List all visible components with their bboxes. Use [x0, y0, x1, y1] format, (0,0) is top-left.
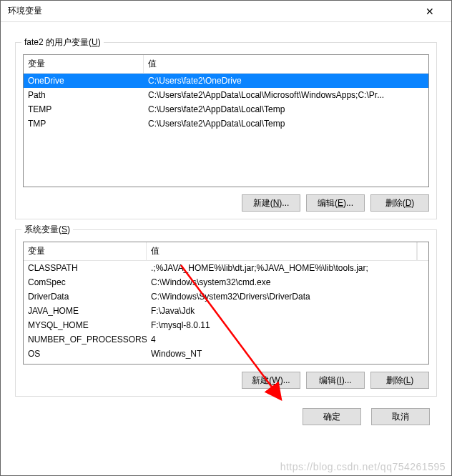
table-row[interactable]: TEMPC:\Users\fate2\AppData\Local\Temp [24, 102, 428, 116]
user-vars-body[interactable]: OneDriveC:\Users\fate2\OneDrivePathC:\Us… [24, 74, 428, 187]
table-row[interactable]: JAVA_HOMEF:\Java\Jdk [24, 304, 428, 318]
cancel-button[interactable]: 取消 [371, 408, 430, 425]
table-row[interactable]: MYSQL_HOMEF:\mysql-8.0.11 [24, 318, 428, 332]
window-title: 环境变量 [8, 5, 42, 17]
delete-sys-var-button[interactable]: 删除(L) [370, 372, 429, 389]
new-sys-var-button[interactable]: 新建(W)... [242, 372, 300, 389]
table-row[interactable]: NUMBER_OF_PROCESSORS4 [24, 332, 428, 347]
table-row[interactable]: ComSpecC:\Windows\system32\cmd.exe [24, 275, 428, 289]
sys-vars-buttons: 新建(W)... 编辑(I)... 删除(L) [23, 372, 429, 389]
var-name: MYSQL_HOME [24, 318, 147, 332]
table-row[interactable]: TMPC:\Users\fate2\AppData\Local\Temp [24, 116, 428, 131]
var-name: NUMBER_OF_PROCESSORS [24, 332, 147, 347]
table-header: 变量 值 [24, 242, 428, 261]
var-value: C:\Users\fate2\AppData\Local\Temp [144, 102, 428, 116]
var-value: Windows_NT [147, 347, 428, 361]
delete-user-var-button[interactable]: 删除(D) [370, 194, 429, 212]
var-value: 4 [147, 332, 428, 347]
ok-button[interactable]: 确定 [303, 408, 361, 425]
col-header-variable[interactable]: 变量 [24, 55, 144, 73]
env-vars-dialog: 环境变量 ✕ fate2 的用户变量(U) 变量 值 OneDriveC:\Us… [0, 0, 452, 476]
col-header-value[interactable]: 值 [144, 55, 428, 73]
var-name: OS [24, 347, 147, 361]
dialog-footer: 确定 取消 [1, 397, 451, 437]
var-name: ComSpec [24, 275, 147, 289]
var-value: C:\Users\fate2\AppData\Local\Microsoft\W… [144, 88, 428, 102]
sys-vars-body[interactable]: CLASSPATH.;%JAVA_HOME%\lib\dt.jar;%JAVA_… [24, 261, 428, 364]
table-row[interactable]: DriverDataC:\Windows\System32\Drivers\Dr… [24, 289, 428, 304]
user-vars-buttons: 新建(N)... 编辑(E)... 删除(D) [23, 194, 429, 212]
col-header-variable[interactable]: 变量 [24, 242, 147, 260]
new-user-var-button[interactable]: 新建(N)... [242, 194, 300, 212]
var-name: CLASSPATH [24, 261, 147, 275]
var-value: F:\mysql-8.0.11 [147, 318, 428, 332]
user-vars-label: fate2 的用户变量(U) [21, 36, 104, 49]
sys-vars-table: 变量 值 CLASSPATH.;%JAVA_HOME%\lib\dt.jar;%… [23, 242, 429, 365]
var-name: JAVA_HOME [24, 304, 147, 318]
sys-vars-label: 系统变量(S) [21, 224, 73, 236]
var-name: DriverData [24, 289, 147, 304]
var-name: TMP [24, 116, 144, 131]
table-header: 变量 值 [24, 55, 428, 74]
watermark: https://blog.csdn.net/qq754261595 [280, 461, 446, 472]
edit-sys-var-button[interactable]: 编辑(I)... [306, 372, 365, 389]
content: fate2 的用户变量(U) 变量 值 OneDriveC:\Users\fat… [1, 22, 451, 397]
var-value: C:\Windows\System32\Drivers\DriverData [147, 289, 428, 304]
var-value: .;%JAVA_HOME%\lib\dt.jar;%JAVA_HOME%\lib… [147, 261, 428, 275]
sys-vars-group: 系统变量(S) 变量 值 CLASSPATH.;%JAVA_HOME%\lib\… [15, 229, 437, 397]
var-value: C:\Windows\system32\cmd.exe [147, 275, 428, 289]
col-header-value[interactable]: 值 [147, 242, 417, 260]
edit-user-var-button[interactable]: 编辑(E)... [306, 194, 365, 212]
titlebar: 环境变量 ✕ [1, 1, 451, 22]
close-icon[interactable]: ✕ [416, 6, 444, 17]
table-row[interactable]: OneDriveC:\Users\fate2\OneDrive [24, 74, 428, 88]
user-vars-group: fate2 的用户变量(U) 变量 值 OneDriveC:\Users\fat… [15, 42, 437, 219]
table-row[interactable]: CLASSPATH.;%JAVA_HOME%\lib\dt.jar;%JAVA_… [24, 261, 428, 275]
var-value: C:\Users\fate2\AppData\Local\Temp [144, 116, 428, 131]
var-name: TEMP [24, 102, 144, 116]
var-value: C:\Users\fate2\OneDrive [144, 74, 428, 88]
table-row[interactable]: PathC:\Users\fate2\AppData\Local\Microso… [24, 88, 428, 102]
table-row[interactable]: OSWindows_NT [24, 347, 428, 361]
var-name: Path [24, 88, 144, 102]
scrollbar-spacer [417, 242, 428, 260]
var-value: F:\Java\Jdk [147, 304, 428, 318]
var-name: OneDrive [24, 74, 144, 88]
user-vars-table: 变量 值 OneDriveC:\Users\fate2\OneDrivePath… [23, 54, 429, 187]
